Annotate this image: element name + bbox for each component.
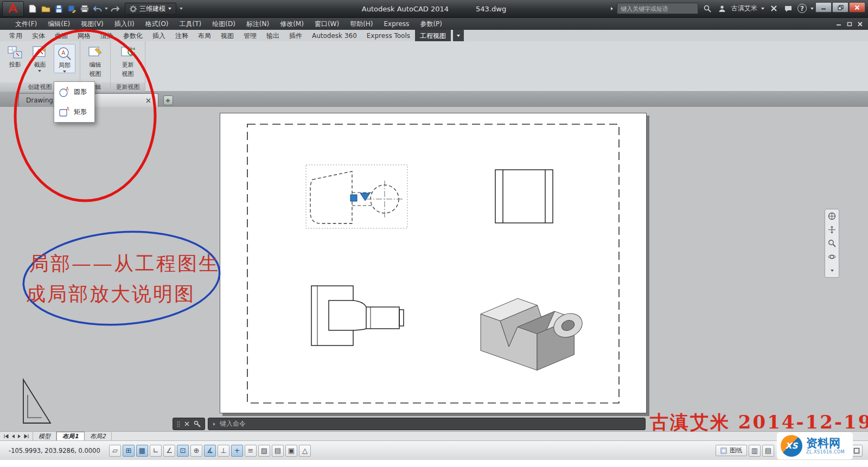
menu-edit[interactable]: 编辑(E) (42, 18, 75, 30)
quick-view-layouts-button[interactable]: ▥ (749, 445, 761, 457)
doc-minimize-icon[interactable] (836, 22, 841, 26)
undo-icon[interactable] (92, 3, 104, 15)
pan-icon[interactable] (827, 225, 837, 235)
save-as-icon[interactable] (66, 3, 78, 15)
last-layout-icon[interactable] (24, 434, 29, 439)
update-view-button[interactable]: 更新 视图 (116, 44, 140, 78)
search-input[interactable] (617, 3, 698, 14)
restore-button[interactable] (832, 2, 848, 12)
tab-render[interactable]: 渲染 (95, 30, 118, 41)
menu-insert[interactable]: 插入(I) (109, 18, 140, 30)
sign-in-user-icon[interactable] (717, 3, 727, 14)
next-layout-icon[interactable] (17, 434, 22, 439)
tab-close-icon[interactable] (146, 98, 151, 103)
tab-view[interactable]: 视图 (216, 30, 239, 41)
tab-parametric[interactable]: 参数化 (118, 30, 148, 41)
menu-file[interactable]: 文件(F) (10, 18, 42, 30)
snap-toggle[interactable]: ⊞ (123, 445, 135, 457)
close-button[interactable] (849, 2, 865, 12)
detail-circular-option[interactable]: A 圆形 (54, 82, 94, 102)
view-side[interactable] (311, 286, 404, 346)
lineweight-toggle[interactable]: ≡ (245, 445, 257, 457)
orbit-icon[interactable] (827, 252, 837, 262)
layout1-tab[interactable]: 布局1 (56, 432, 85, 440)
drawing-canvas[interactable]: 键入命令 (0, 107, 868, 431)
search-expand-icon[interactable] (611, 7, 613, 10)
undo-caret-icon[interactable] (105, 8, 108, 10)
search-icon[interactable] (702, 3, 713, 14)
help-icon[interactable]: ? (797, 4, 807, 13)
view-front[interactable] (495, 170, 553, 223)
tab-plugins[interactable]: 插件 (284, 30, 307, 41)
tab-manage[interactable]: 管理 (239, 30, 261, 41)
transparency-toggle[interactable]: ▨ (258, 445, 270, 457)
doc-restore-icon[interactable] (847, 22, 852, 27)
view-isometric[interactable] (481, 298, 586, 370)
osnap-toggle[interactable]: ⊡ (177, 445, 189, 457)
first-layout-icon[interactable] (3, 434, 9, 439)
tab-express-tools[interactable]: Express Tools (362, 30, 415, 41)
tab-layout[interactable]: 布局 (193, 30, 216, 41)
menu-express[interactable]: Express (379, 18, 415, 30)
exchange-apps-icon[interactable] (768, 3, 779, 14)
osnap-3d-toggle[interactable]: ⊕ (190, 445, 202, 457)
command-close-icon[interactable] (184, 421, 189, 426)
section-view-button[interactable]: 截面 (29, 44, 51, 72)
menu-view[interactable]: 视图(V) (75, 18, 109, 30)
qat-customize-icon[interactable] (180, 8, 183, 10)
menu-draw[interactable]: 绘图(D) (207, 18, 241, 30)
tab-mesh[interactable]: 网格 (73, 30, 95, 41)
command-input[interactable]: 键入命令 (208, 418, 646, 430)
detail-rectangular-option[interactable]: A 矩形 (54, 102, 94, 122)
plot-icon[interactable] (79, 3, 91, 15)
dynamic-input-toggle[interactable]: + (231, 445, 243, 457)
tab-engineering-views[interactable]: 工程视图 (415, 30, 451, 41)
open-file-icon[interactable] (40, 3, 52, 15)
edit-view-button[interactable]: 编辑 视图 (85, 44, 106, 78)
menu-modify[interactable]: 修改(M) (275, 18, 309, 30)
paper-model-toggle[interactable]: 图纸 (716, 445, 747, 456)
menu-dimension[interactable]: 标注(N) (241, 18, 275, 30)
dynamic-ucs-toggle[interactable]: ⊥ (218, 445, 229, 457)
save-icon[interactable] (53, 3, 65, 15)
menu-parametric[interactable]: 参数(P) (414, 18, 448, 30)
tab-insert[interactable]: 插入 (148, 30, 170, 41)
menu-tools[interactable]: 工具(T) (174, 18, 207, 30)
tab-output[interactable]: 输出 (261, 30, 284, 41)
view-top-selected[interactable] (306, 165, 407, 228)
tab-solid[interactable]: 实体 (27, 30, 50, 41)
new-drawing-tab-button[interactable] (163, 95, 173, 105)
paper-sheet[interactable] (220, 113, 647, 413)
steering-wheel-icon[interactable] (827, 211, 837, 221)
communication-center-icon[interactable] (783, 3, 794, 14)
object-snap-tracking-toggle[interactable]: ∡ (204, 445, 216, 457)
annotation-monitor-toggle[interactable]: △ (299, 445, 311, 457)
workspace-switcher[interactable]: 三维建模 (125, 3, 176, 15)
new-file-icon[interactable] (27, 3, 39, 15)
view-grip-triangle[interactable] (360, 193, 370, 201)
tab-annotate[interactable]: 注释 (170, 30, 193, 41)
zoom-icon[interactable] (827, 238, 837, 248)
layout2-tab[interactable]: 布局2 (85, 432, 112, 440)
model-tab[interactable]: 模型 (33, 432, 56, 440)
navbar-more-icon[interactable] (827, 265, 837, 276)
help-caret-icon[interactable] (810, 8, 814, 10)
infer-constraints-toggle[interactable]: ▱ (109, 445, 121, 457)
minimize-button[interactable] (815, 2, 832, 12)
ortho-toggle[interactable]: ∟ (150, 445, 162, 457)
selection-cycling-toggle[interactable]: ▣ (285, 445, 297, 457)
ribbon-options-button[interactable] (453, 30, 464, 41)
quick-properties-toggle[interactable]: ▤ (272, 445, 284, 457)
polar-tracking-toggle[interactable]: ∠ (163, 445, 175, 457)
menu-window[interactable]: 窗口(W) (309, 18, 344, 30)
command-customize-wrench-icon[interactable] (194, 420, 201, 427)
user-menu-caret-icon[interactable] (761, 8, 764, 10)
detail-view-button[interactable]: A 局部 (54, 44, 75, 73)
tab-surface[interactable]: 曲面 (50, 30, 73, 41)
doc-close-icon[interactable] (858, 22, 863, 27)
menu-help[interactable]: 帮助(H) (344, 18, 378, 30)
user-name[interactable]: 古滇艾米 (731, 4, 757, 13)
command-grip-icon[interactable] (177, 421, 180, 427)
tab-home[interactable]: 常用 (4, 30, 27, 41)
app-menu-button[interactable] (2, 1, 24, 17)
